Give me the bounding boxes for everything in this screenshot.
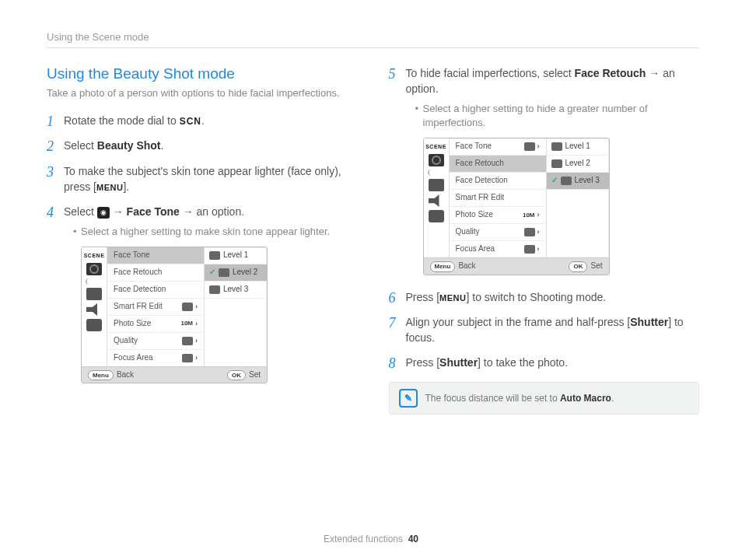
ok-chip[interactable]: OK <box>227 370 246 381</box>
section-heading: Using the Beauty Shot mode <box>47 65 358 82</box>
note-icon: ✎ <box>399 389 418 408</box>
step-number: 2 <box>47 136 54 156</box>
ok-chip[interactable]: OK <box>569 261 587 272</box>
menu-row[interactable]: Face Retouch <box>107 264 204 282</box>
step-number: 1 <box>47 111 54 131</box>
lcd-menu: Face Tone› Face Retouch Face Detection S… <box>450 138 546 257</box>
bold-term: Shutter <box>439 356 478 369</box>
chevron-right-icon: › <box>195 336 198 346</box>
value-icon <box>524 228 535 236</box>
lcd-submenu: Level 1 Level 2 ✓Level 3 <box>546 138 609 257</box>
submenu-row-selected[interactable]: ✓Level 2 <box>205 264 267 282</box>
submenu-row-selected[interactable]: ✓Level 3 <box>547 173 609 190</box>
chevron-right-icon: › <box>195 302 198 312</box>
step-text: Align your subject in the frame and half… <box>406 316 631 328</box>
page-footer: Extended functions 40 <box>0 534 742 544</box>
lcd-sidebar: SCENE <box>424 138 450 257</box>
menu-row[interactable]: Focus Area› <box>450 241 546 257</box>
menu-row[interactable]: Quality› <box>450 224 546 241</box>
menu-row[interactable]: Face Retouch <box>450 156 546 173</box>
step-6: 6 Press [MENU] to switch to Shooting mod… <box>389 289 700 305</box>
level-icon <box>219 268 229 277</box>
step-2: 2 Select Beauty Shot. <box>47 138 358 153</box>
step-sub: Select a higher setting to hide a greate… <box>415 102 700 130</box>
scene-label: SCENE <box>425 143 446 151</box>
step-text: Press [ <box>406 291 440 303</box>
menu-row[interactable]: Face Tone <box>107 247 204 264</box>
video-icon <box>429 179 444 191</box>
section-subtitle: Take a photo of a person with options to… <box>47 87 358 99</box>
menu-row[interactable]: Photo Size10M› <box>107 316 204 333</box>
chevron-right-icon: › <box>195 353 198 363</box>
check-icon: ✓ <box>209 267 215 278</box>
menu-row[interactable]: Face Detection <box>450 173 546 190</box>
menu-icon: MENU <box>96 183 123 192</box>
value-icon <box>182 354 193 362</box>
lcd-submenu: Level 1 ✓Level 2 Level 3 <box>204 247 267 366</box>
bold-term: Shutter <box>630 316 668 328</box>
menu-chip[interactable]: Menu <box>88 370 114 381</box>
camera-lcd-facetone: SCENE Face Tone Face Retouch Face Det <box>81 247 268 384</box>
value-icon <box>524 245 535 254</box>
step-7: 7 Align your subject in the frame and ha… <box>389 314 700 346</box>
bold-term: Face Retouch <box>575 67 646 79</box>
camera-icon: ◉ <box>97 207 110 219</box>
display-icon <box>429 210 444 222</box>
camera-icon <box>86 263 102 275</box>
step-3: 3 To make the subject's skin tone appear… <box>47 163 358 195</box>
step-text: Rotate the mode dial to <box>64 114 180 127</box>
lcd-footer: MenuBack OKSet <box>424 257 609 275</box>
menu-row[interactable]: Smart FR Edit <box>450 190 546 207</box>
submenu-row[interactable]: Level 1 <box>547 138 609 156</box>
lcd-menu: Face Tone Face Retouch Face Detection Sm… <box>107 247 204 366</box>
value-icon <box>182 303 193 311</box>
level-icon <box>561 177 572 185</box>
menu-row[interactable]: Face Tone› <box>450 138 546 156</box>
menu-row[interactable]: Quality› <box>107 333 204 350</box>
menu-row[interactable]: Face Detection <box>107 282 204 299</box>
menu-row[interactable]: Smart FR Edit› <box>107 299 204 316</box>
level-icon <box>551 142 562 151</box>
right-column: 5 To hide facial imperfections, select F… <box>389 65 700 415</box>
lcd-sidebar: SCENE <box>82 247 107 366</box>
step-4: 4 Select ◉ → Face Tone → an option. Sele… <box>47 204 358 383</box>
menu-chip[interactable]: Menu <box>430 261 456 272</box>
note-text: The focus distance will be set to Auto M… <box>425 393 614 404</box>
breadcrumb: Using the Scene mode <box>47 31 699 48</box>
step-number: 7 <box>389 313 396 333</box>
camera-icon <box>429 154 444 166</box>
bold-term: Auto Macro <box>560 393 611 404</box>
value-icon <box>182 337 193 345</box>
step-text: Press [ <box>406 356 440 369</box>
check-icon: ✓ <box>551 175 558 187</box>
lcd-footer: MenuBack OKSet <box>82 366 267 383</box>
scn-icon: SCN <box>180 116 201 127</box>
display-icon <box>86 319 102 331</box>
footer-section: Extended functions <box>324 534 403 544</box>
page-number: 40 <box>408 534 418 544</box>
step-number: 5 <box>389 64 396 84</box>
chevron-right-icon: › <box>537 210 540 220</box>
bold-term: Face Tone <box>127 205 180 218</box>
speaker-icon <box>86 303 102 316</box>
step-text: Select <box>64 139 97 152</box>
step-8: 8 Press [Shutter] to take the photo. <box>389 355 700 370</box>
wave-icon <box>86 278 103 285</box>
note-box: ✎ The focus distance will be set to Auto… <box>389 382 700 415</box>
bold-term: Beauty Shot <box>97 139 161 152</box>
submenu-row[interactable]: Level 3 <box>205 282 267 299</box>
submenu-row[interactable]: Level 2 <box>547 156 609 173</box>
level-icon <box>551 159 562 168</box>
speaker-icon <box>429 194 444 207</box>
step-number: 6 <box>389 288 396 308</box>
scene-label: SCENE <box>84 252 105 260</box>
menu-icon: MENU <box>439 293 466 303</box>
step-sub: Select a higher setting to make skin ton… <box>73 225 358 239</box>
step-text: To hide facial imperfections, select <box>406 67 575 79</box>
value-icon <box>524 142 535 151</box>
chevron-right-icon: › <box>537 142 540 152</box>
step-1: 1 Rotate the mode dial to SCN. <box>47 113 358 128</box>
submenu-row[interactable]: Level 1 <box>205 247 267 264</box>
menu-row[interactable]: Photo Size10M› <box>450 207 546 224</box>
menu-row[interactable]: Focus Area› <box>107 350 204 366</box>
